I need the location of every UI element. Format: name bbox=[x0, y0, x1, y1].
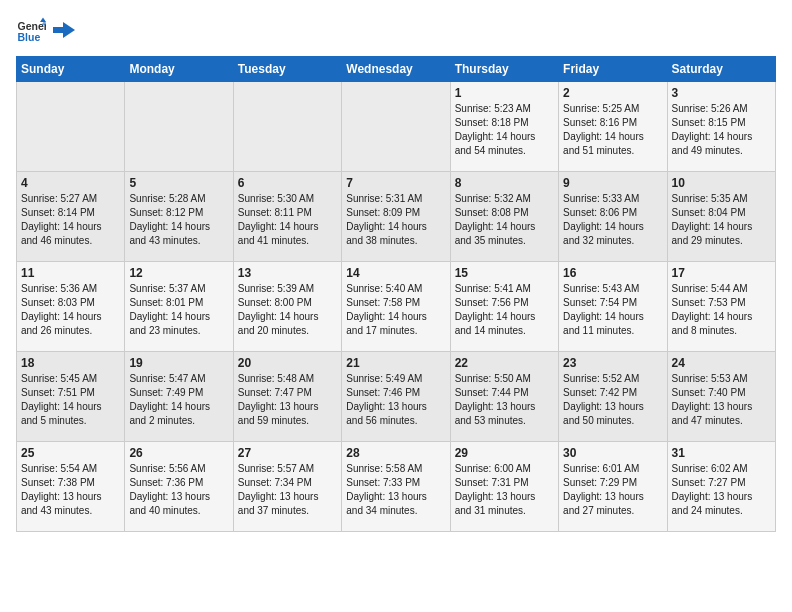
day-info: Sunrise: 5:27 AM Sunset: 8:14 PM Dayligh… bbox=[21, 192, 120, 248]
day-number: 20 bbox=[238, 356, 337, 370]
day-number: 19 bbox=[129, 356, 228, 370]
day-info: Sunrise: 5:32 AM Sunset: 8:08 PM Dayligh… bbox=[455, 192, 554, 248]
day-number: 7 bbox=[346, 176, 445, 190]
day-number: 22 bbox=[455, 356, 554, 370]
day-number: 30 bbox=[563, 446, 662, 460]
calendar-cell-1-7: 3Sunrise: 5:26 AM Sunset: 8:15 PM Daylig… bbox=[667, 82, 775, 172]
calendar-cell-2-6: 9Sunrise: 5:33 AM Sunset: 8:06 PM Daylig… bbox=[559, 172, 667, 262]
day-number: 25 bbox=[21, 446, 120, 460]
col-thursday: Thursday bbox=[450, 57, 558, 82]
day-info: Sunrise: 5:33 AM Sunset: 8:06 PM Dayligh… bbox=[563, 192, 662, 248]
calendar-cell-5-4: 28Sunrise: 5:58 AM Sunset: 7:33 PM Dayli… bbox=[342, 442, 450, 532]
day-number: 8 bbox=[455, 176, 554, 190]
day-number: 24 bbox=[672, 356, 771, 370]
calendar-cell-1-2 bbox=[125, 82, 233, 172]
day-info: Sunrise: 5:47 AM Sunset: 7:49 PM Dayligh… bbox=[129, 372, 228, 428]
day-number: 18 bbox=[21, 356, 120, 370]
calendar-cell-3-3: 13Sunrise: 5:39 AM Sunset: 8:00 PM Dayli… bbox=[233, 262, 341, 352]
day-number: 14 bbox=[346, 266, 445, 280]
day-info: Sunrise: 6:00 AM Sunset: 7:31 PM Dayligh… bbox=[455, 462, 554, 518]
day-info: Sunrise: 5:31 AM Sunset: 8:09 PM Dayligh… bbox=[346, 192, 445, 248]
calendar-cell-5-3: 27Sunrise: 5:57 AM Sunset: 7:34 PM Dayli… bbox=[233, 442, 341, 532]
day-info: Sunrise: 5:36 AM Sunset: 8:03 PM Dayligh… bbox=[21, 282, 120, 338]
day-number: 27 bbox=[238, 446, 337, 460]
page-header: General Blue bbox=[16, 16, 776, 46]
svg-text:Blue: Blue bbox=[18, 31, 41, 43]
calendar-week-3: 11Sunrise: 5:36 AM Sunset: 8:03 PM Dayli… bbox=[17, 262, 776, 352]
col-monday: Monday bbox=[125, 57, 233, 82]
calendar-cell-5-7: 31Sunrise: 6:02 AM Sunset: 7:27 PM Dayli… bbox=[667, 442, 775, 532]
day-number: 26 bbox=[129, 446, 228, 460]
calendar-cell-3-1: 11Sunrise: 5:36 AM Sunset: 8:03 PM Dayli… bbox=[17, 262, 125, 352]
col-saturday: Saturday bbox=[667, 57, 775, 82]
day-info: Sunrise: 5:56 AM Sunset: 7:36 PM Dayligh… bbox=[129, 462, 228, 518]
day-info: Sunrise: 5:52 AM Sunset: 7:42 PM Dayligh… bbox=[563, 372, 662, 428]
day-number: 21 bbox=[346, 356, 445, 370]
day-info: Sunrise: 5:49 AM Sunset: 7:46 PM Dayligh… bbox=[346, 372, 445, 428]
calendar-cell-5-2: 26Sunrise: 5:56 AM Sunset: 7:36 PM Dayli… bbox=[125, 442, 233, 532]
day-info: Sunrise: 5:50 AM Sunset: 7:44 PM Dayligh… bbox=[455, 372, 554, 428]
calendar-week-4: 18Sunrise: 5:45 AM Sunset: 7:51 PM Dayli… bbox=[17, 352, 776, 442]
col-wednesday: Wednesday bbox=[342, 57, 450, 82]
day-info: Sunrise: 5:53 AM Sunset: 7:40 PM Dayligh… bbox=[672, 372, 771, 428]
day-number: 11 bbox=[21, 266, 120, 280]
calendar-cell-2-1: 4Sunrise: 5:27 AM Sunset: 8:14 PM Daylig… bbox=[17, 172, 125, 262]
col-sunday: Sunday bbox=[17, 57, 125, 82]
calendar-cell-1-3 bbox=[233, 82, 341, 172]
day-info: Sunrise: 5:57 AM Sunset: 7:34 PM Dayligh… bbox=[238, 462, 337, 518]
calendar-cell-2-4: 7Sunrise: 5:31 AM Sunset: 8:09 PM Daylig… bbox=[342, 172, 450, 262]
day-number: 1 bbox=[455, 86, 554, 100]
calendar-cell-1-4 bbox=[342, 82, 450, 172]
calendar-cell-2-2: 5Sunrise: 5:28 AM Sunset: 8:12 PM Daylig… bbox=[125, 172, 233, 262]
calendar-week-2: 4Sunrise: 5:27 AM Sunset: 8:14 PM Daylig… bbox=[17, 172, 776, 262]
day-info: Sunrise: 5:41 AM Sunset: 7:56 PM Dayligh… bbox=[455, 282, 554, 338]
day-info: Sunrise: 6:02 AM Sunset: 7:27 PM Dayligh… bbox=[672, 462, 771, 518]
calendar-header-row: Sunday Monday Tuesday Wednesday Thursday… bbox=[17, 57, 776, 82]
calendar-cell-5-6: 30Sunrise: 6:01 AM Sunset: 7:29 PM Dayli… bbox=[559, 442, 667, 532]
col-friday: Friday bbox=[559, 57, 667, 82]
day-number: 5 bbox=[129, 176, 228, 190]
svg-marker-4 bbox=[53, 22, 75, 38]
day-info: Sunrise: 5:39 AM Sunset: 8:00 PM Dayligh… bbox=[238, 282, 337, 338]
day-info: Sunrise: 5:28 AM Sunset: 8:12 PM Dayligh… bbox=[129, 192, 228, 248]
calendar-cell-3-7: 17Sunrise: 5:44 AM Sunset: 7:53 PM Dayli… bbox=[667, 262, 775, 352]
day-info: Sunrise: 5:23 AM Sunset: 8:18 PM Dayligh… bbox=[455, 102, 554, 158]
day-info: Sunrise: 5:43 AM Sunset: 7:54 PM Dayligh… bbox=[563, 282, 662, 338]
day-number: 3 bbox=[672, 86, 771, 100]
calendar-cell-4-3: 20Sunrise: 5:48 AM Sunset: 7:47 PM Dayli… bbox=[233, 352, 341, 442]
calendar-cell-2-5: 8Sunrise: 5:32 AM Sunset: 8:08 PM Daylig… bbox=[450, 172, 558, 262]
calendar-cell-2-3: 6Sunrise: 5:30 AM Sunset: 8:11 PM Daylig… bbox=[233, 172, 341, 262]
day-number: 16 bbox=[563, 266, 662, 280]
day-number: 15 bbox=[455, 266, 554, 280]
day-info: Sunrise: 5:25 AM Sunset: 8:16 PM Dayligh… bbox=[563, 102, 662, 158]
day-info: Sunrise: 5:48 AM Sunset: 7:47 PM Dayligh… bbox=[238, 372, 337, 428]
logo: General Blue bbox=[16, 16, 75, 46]
day-info: Sunrise: 5:35 AM Sunset: 8:04 PM Dayligh… bbox=[672, 192, 771, 248]
calendar-cell-4-4: 21Sunrise: 5:49 AM Sunset: 7:46 PM Dayli… bbox=[342, 352, 450, 442]
day-number: 13 bbox=[238, 266, 337, 280]
day-number: 29 bbox=[455, 446, 554, 460]
day-info: Sunrise: 5:54 AM Sunset: 7:38 PM Dayligh… bbox=[21, 462, 120, 518]
calendar-table: Sunday Monday Tuesday Wednesday Thursday… bbox=[16, 56, 776, 532]
day-number: 6 bbox=[238, 176, 337, 190]
day-number: 23 bbox=[563, 356, 662, 370]
logo-arrow-icon bbox=[53, 20, 75, 42]
calendar-cell-2-7: 10Sunrise: 5:35 AM Sunset: 8:04 PM Dayli… bbox=[667, 172, 775, 262]
day-number: 12 bbox=[129, 266, 228, 280]
calendar-cell-4-2: 19Sunrise: 5:47 AM Sunset: 7:49 PM Dayli… bbox=[125, 352, 233, 442]
calendar-cell-1-5: 1Sunrise: 5:23 AM Sunset: 8:18 PM Daylig… bbox=[450, 82, 558, 172]
calendar-week-1: 1Sunrise: 5:23 AM Sunset: 8:18 PM Daylig… bbox=[17, 82, 776, 172]
calendar-cell-5-1: 25Sunrise: 5:54 AM Sunset: 7:38 PM Dayli… bbox=[17, 442, 125, 532]
day-info: Sunrise: 6:01 AM Sunset: 7:29 PM Dayligh… bbox=[563, 462, 662, 518]
calendar-cell-3-2: 12Sunrise: 5:37 AM Sunset: 8:01 PM Dayli… bbox=[125, 262, 233, 352]
calendar-week-5: 25Sunrise: 5:54 AM Sunset: 7:38 PM Dayli… bbox=[17, 442, 776, 532]
day-number: 2 bbox=[563, 86, 662, 100]
day-number: 9 bbox=[563, 176, 662, 190]
day-info: Sunrise: 5:44 AM Sunset: 7:53 PM Dayligh… bbox=[672, 282, 771, 338]
calendar-cell-4-7: 24Sunrise: 5:53 AM Sunset: 7:40 PM Dayli… bbox=[667, 352, 775, 442]
day-info: Sunrise: 5:37 AM Sunset: 8:01 PM Dayligh… bbox=[129, 282, 228, 338]
day-info: Sunrise: 5:30 AM Sunset: 8:11 PM Dayligh… bbox=[238, 192, 337, 248]
calendar-cell-1-6: 2Sunrise: 5:25 AM Sunset: 8:16 PM Daylig… bbox=[559, 82, 667, 172]
calendar-cell-4-1: 18Sunrise: 5:45 AM Sunset: 7:51 PM Dayli… bbox=[17, 352, 125, 442]
day-number: 31 bbox=[672, 446, 771, 460]
